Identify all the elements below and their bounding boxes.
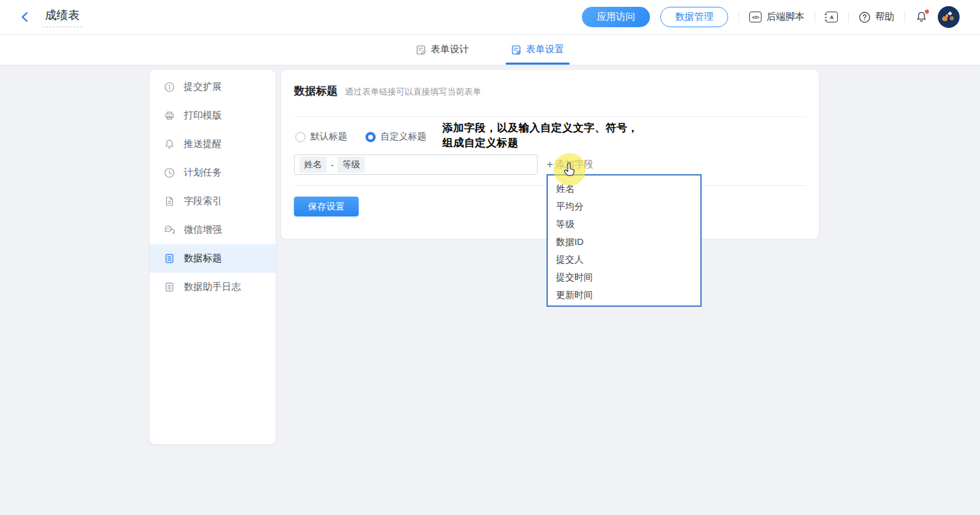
divider	[904, 12, 905, 22]
sidebar-item-push-reminder[interactable]: 推送提醒	[150, 130, 276, 159]
sidebar-item-data-assistant-log[interactable]: 数据助手日志	[150, 273, 276, 301]
backend-script-label: 后端脚本	[766, 11, 804, 23]
tabbar: 表单设计 表单设置	[0, 35, 980, 65]
content-area: 提交扩展 打印模版 推送提醒	[0, 65, 980, 515]
help-label: 帮助	[875, 11, 894, 23]
tab-form-settings[interactable]: 表单设置	[510, 35, 566, 65]
settings-sidebar: 提交扩展 打印模版 推送提醒	[150, 70, 276, 444]
radio-label: 默认标题	[310, 131, 347, 143]
tag-separator: -	[331, 160, 333, 170]
dropdown-item-submitter[interactable]: 提交人	[548, 251, 700, 269]
custom-title-input[interactable]: 姓名 - 等级	[294, 154, 538, 175]
data-manage-button[interactable]: 数据管理	[660, 7, 728, 27]
annotation-line2: 组成自定义标题	[442, 135, 638, 150]
sidebar-item-wechat-enhance[interactable]: 微信增强	[150, 216, 276, 244]
printer-icon	[164, 110, 175, 121]
sidebar-item-submit-extension[interactable]: 提交扩展	[150, 73, 276, 101]
sidebar-item-label: 打印模版	[184, 110, 222, 122]
dropdown-item-update-time[interactable]: 更新时间	[548, 286, 700, 304]
notification-button[interactable]	[915, 11, 928, 23]
sidebar-item-data-title[interactable]: 数据标题	[150, 244, 276, 273]
divider	[294, 116, 806, 117]
wechat-icon	[164, 225, 175, 235]
field-tag[interactable]: 等级	[338, 156, 365, 173]
panel-header: 数据标题 通过表单链接可以直接填写当前表单	[294, 84, 481, 99]
divider	[848, 12, 849, 22]
sidebar-item-label: 字段索引	[184, 195, 222, 207]
back-chevron-icon	[19, 11, 31, 23]
tutorial-annotation: 添加字段，以及输入自定义文字、符号， 组成自定义标题	[442, 120, 638, 150]
topbar-left: 成绩表	[19, 7, 82, 27]
divider	[815, 12, 815, 22]
back-button[interactable]	[19, 11, 31, 23]
sidebar-item-label: 微信增强	[184, 224, 222, 236]
sidebar-item-label: 数据助手日志	[184, 281, 241, 293]
form-title[interactable]: 成绩表	[42, 7, 82, 27]
code-icon: </>	[749, 12, 762, 22]
divider	[738, 12, 739, 22]
dropdown-item-data-id[interactable]: 数据ID	[548, 233, 700, 251]
list-doc-icon	[164, 253, 175, 264]
info-icon	[164, 82, 175, 93]
user-avatar[interactable]	[938, 6, 960, 28]
contact-book-button[interactable]: A	[826, 12, 838, 22]
radio-custom-title[interactable]: 自定义标题	[365, 131, 427, 143]
panel-subtitle: 通过表单链接可以直接填写当前表单	[345, 86, 481, 98]
dropdown-item-submit-time[interactable]: 提交时间	[548, 269, 700, 286]
address-book-icon: A	[826, 12, 838, 22]
help-button[interactable]: 帮助	[859, 11, 894, 23]
help-icon	[859, 12, 870, 23]
sidebar-item-label: 数据标题	[184, 252, 222, 265]
list-doc-icon	[164, 282, 175, 293]
field-tag[interactable]: 姓名	[299, 156, 327, 173]
sidebar-item-field-index[interactable]: 字段索引	[150, 187, 276, 216]
form-settings-icon	[511, 45, 521, 55]
title-mode-radio-group: 默认标题 自定义标题	[295, 131, 427, 143]
field-dropdown: 姓名 平均分 等级 数据ID 提交人 提交时间 更新时间	[546, 174, 702, 307]
radio-default-title[interactable]: 默认标题	[295, 131, 347, 143]
sidebar-item-print-template[interactable]: 打印模版	[150, 101, 276, 130]
tab-label: 表单设置	[526, 44, 564, 56]
page-icon	[164, 196, 175, 207]
dropdown-item-grade[interactable]: 等级	[548, 216, 700, 233]
clock-icon	[164, 167, 175, 178]
add-field-label: 添加字段	[555, 159, 593, 171]
tab-form-design[interactable]: 表单设计	[414, 35, 470, 65]
dropdown-item-name[interactable]: 姓名	[548, 180, 700, 198]
app-access-button[interactable]: 应用访问	[582, 7, 650, 27]
topbar: 成绩表 应用访问 数据管理 </> 后端脚本 A 帮助	[0, 0, 980, 35]
annotation-line1: 添加字段，以及输入自定义文字、符号，	[442, 120, 638, 135]
radio-circle-on	[365, 132, 376, 142]
radio-circle-off	[295, 132, 306, 142]
bell-icon	[164, 139, 175, 150]
backend-script-button[interactable]: </> 后端脚本	[749, 11, 804, 23]
sidebar-item-label: 计划任务	[184, 167, 222, 179]
sidebar-item-label: 提交扩展	[184, 81, 222, 93]
app-window: 成绩表 应用访问 数据管理 </> 后端脚本 A 帮助	[0, 0, 980, 515]
sidebar-item-scheduled-task[interactable]: 计划任务	[150, 159, 276, 187]
tab-label: 表单设计	[431, 44, 469, 56]
dropdown-item-average[interactable]: 平均分	[548, 198, 700, 216]
save-settings-button[interactable]: 保存设置	[294, 197, 359, 216]
topbar-right: 应用访问 数据管理 </> 后端脚本 A 帮助	[582, 6, 960, 28]
panel-title: 数据标题	[294, 84, 338, 99]
plus-icon: +	[546, 159, 553, 170]
notification-badge	[924, 9, 930, 14]
sidebar-item-label: 推送提醒	[184, 138, 222, 150]
form-design-icon	[416, 45, 426, 55]
radio-label: 自定义标题	[380, 131, 427, 143]
add-field-link[interactable]: + 添加字段	[546, 154, 593, 175]
